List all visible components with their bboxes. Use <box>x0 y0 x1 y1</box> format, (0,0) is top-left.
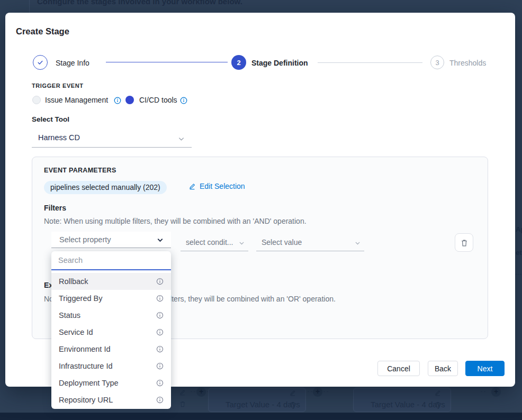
tool-select[interactable]: Harness CD <box>32 129 192 148</box>
search-input[interactable] <box>51 251 171 269</box>
backdrop-card: Target Value - 4 days <box>208 388 306 412</box>
menu-item-label: Status <box>59 311 80 319</box>
step-label-thresholds[interactable]: Thresholds <box>449 59 486 67</box>
menu-item-label: Repository URL <box>59 396 113 404</box>
info-icon[interactable] <box>156 328 164 336</box>
radio-label-cicd-tools[interactable]: CI/CD tools <box>139 96 177 104</box>
info-icon[interactable] <box>156 396 164 404</box>
trash-icon <box>179 400 186 408</box>
radio-label-issue-management[interactable]: Issue Management <box>45 96 108 104</box>
menu-item-infrastructure-id[interactable]: Infrastructure Id <box>51 358 171 375</box>
delete-filter-button[interactable] <box>455 233 473 252</box>
menu-item-environment-id[interactable]: Environment Id <box>51 341 171 358</box>
info-icon[interactable] <box>156 312 164 319</box>
menu-item-deployment-type[interactable]: Deployment Type <box>51 375 171 391</box>
edit-icon <box>289 389 296 397</box>
stepper-connector-upcoming <box>318 62 422 63</box>
trigger-event-label: TRIGGER EVENT <box>32 83 84 89</box>
filters-note: Note: When using multiple filters, they … <box>44 217 307 225</box>
plus-icon: + <box>313 387 322 397</box>
edit-icon <box>179 389 186 396</box>
edit-icon <box>188 182 196 190</box>
edit-selection-label: Edit Selection <box>200 182 245 190</box>
radio-issue-management[interactable] <box>32 96 41 104</box>
step-label-stage-info[interactable]: Stage Info <box>56 59 89 67</box>
next-button[interactable]: Next <box>465 361 505 376</box>
back-button[interactable]: Back <box>428 361 458 376</box>
dialog-title: Create Stage <box>16 26 69 36</box>
app-viewport: Configure the stages involved in your wo… <box>0 0 522 420</box>
backdrop-card: Target Value - 4 days <box>353 388 451 412</box>
menu-item-label: Triggered By <box>59 294 102 303</box>
menu-item-status[interactable]: Status <box>51 307 171 324</box>
info-icon[interactable] <box>156 362 164 370</box>
edit-icon <box>434 389 442 397</box>
value-select-placeholder: Select value <box>262 238 302 246</box>
plus-icon: + <box>196 387 206 397</box>
select-tool-label: Select Tool <box>32 115 69 123</box>
menu-item-rollback[interactable]: Rollback <box>51 273 171 290</box>
menu-item-label: Rollback <box>59 277 88 286</box>
property-select[interactable]: Select property <box>51 232 171 248</box>
menu-item-service-id[interactable]: Service Id <box>51 324 171 341</box>
info-icon[interactable] <box>156 295 164 302</box>
step-indicator-stage-definition[interactable]: 2 <box>231 55 246 70</box>
menu-item-repository-url[interactable]: Repository URL <box>51 391 171 408</box>
step-indicator-stage-info[interactable] <box>33 55 48 70</box>
stepper-connector-done <box>106 62 228 62</box>
edit-selection-link[interactable]: Edit Selection <box>188 182 245 190</box>
menu-item-label: Environment Id <box>59 345 111 353</box>
trash-icon <box>434 401 442 408</box>
backdrop-dashed-line <box>515 274 521 275</box>
chevron-down-icon <box>156 236 164 244</box>
cancel-button[interactable]: Cancel <box>377 361 420 376</box>
radio-cicd-tools[interactable] <box>125 96 134 104</box>
info-icon[interactable] <box>156 345 164 353</box>
backdrop-heading: Configure the stages involved in your wo… <box>37 0 242 6</box>
step-label-stage-definition[interactable]: Stage Definition <box>251 59 308 67</box>
event-parameters-heading: EVENT PARAMETERS <box>44 167 116 174</box>
chevron-down-icon <box>354 240 361 246</box>
backdrop-fragment-1: Ap <box>516 225 522 233</box>
plus-icon: + <box>491 387 501 397</box>
value-select[interactable]: Select value <box>256 235 364 251</box>
menu-search <box>51 251 171 270</box>
property-menu: RollbackTriggered ByStatusService IdEnvi… <box>51 251 171 409</box>
backdrop-bottom-band <box>0 413 522 420</box>
menu-item-label: Service Id <box>59 328 93 336</box>
check-icon <box>37 59 44 66</box>
menu-item-label: Infrastructure Id <box>59 362 113 370</box>
info-icon[interactable] <box>156 379 164 387</box>
info-icon[interactable] <box>114 97 121 104</box>
trash-icon <box>289 401 296 408</box>
tool-select-value: Harness CD <box>38 133 80 142</box>
menu-item-triggered-by[interactable]: Triggered By <box>51 290 171 307</box>
property-menu-list: RollbackTriggered ByStatusService IdEnvi… <box>51 270 171 408</box>
step-indicator-thresholds[interactable]: 3 <box>430 56 444 69</box>
chevron-down-icon <box>177 135 185 143</box>
info-icon[interactable] <box>180 97 187 104</box>
trash-icon <box>460 239 469 247</box>
property-select-placeholder: Select property <box>59 235 111 244</box>
chevron-down-icon <box>238 240 245 246</box>
backdrop-fragment-2: et <box>516 249 522 257</box>
condition-select[interactable]: select condit... <box>181 235 248 251</box>
menu-item-label: Deployment Type <box>59 379 119 387</box>
info-icon[interactable] <box>156 278 164 285</box>
filters-heading: Filters <box>44 204 66 212</box>
backdrop-divider <box>29 0 30 13</box>
condition-select-placeholder: select condit... <box>186 238 233 246</box>
selection-chip: pipelines selected manually (202) <box>44 181 167 194</box>
